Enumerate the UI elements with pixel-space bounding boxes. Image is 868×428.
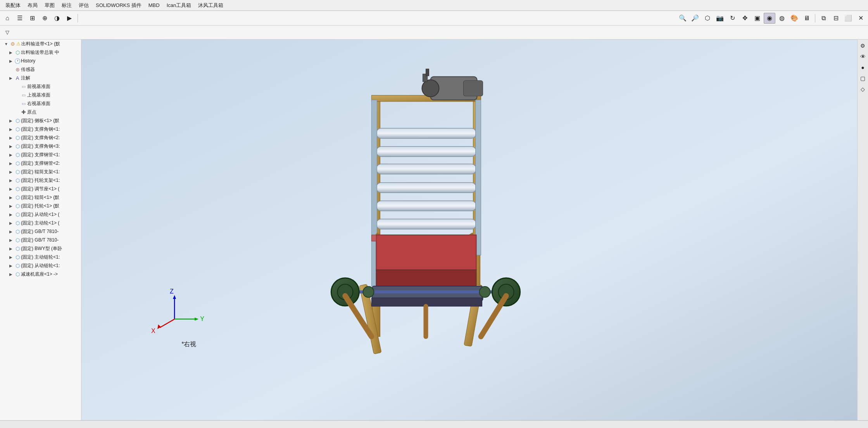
node-label-top-plane: 上视基准面 — [27, 92, 50, 98]
expand-p11[interactable]: ▶ — [8, 204, 14, 208]
tree-node-sensor[interactable]: ▶ ⊛ 传感器 — [0, 65, 81, 74]
rp-box-icon[interactable]: ▢ — [858, 74, 868, 83]
rotate-icon[interactable]: ↻ — [726, 13, 738, 24]
list-icon[interactable]: ☰ — [14, 13, 26, 24]
tree-node-history[interactable]: ▶ 🕐 History — [0, 57, 81, 65]
home-icon[interactable]: ⌂ — [2, 13, 13, 24]
node-label-p6: (固定) 支撑钢管<2: — [21, 160, 60, 167]
search2-icon[interactable]: 🔎 — [689, 13, 701, 24]
tree-node-part-8[interactable]: ▶ ⬡ (固定) 托轮支架<1: — [0, 176, 81, 185]
node-label-p1: (固定) 侧板<1> (默 — [21, 117, 59, 124]
tree-node-annotation[interactable]: ▶ A 注解 — [0, 74, 81, 82]
shading-icon[interactable]: ◉ — [764, 13, 775, 24]
tree-node-part-3[interactable]: ▶ ⬡ (固定) 支撑角钢<2: — [0, 133, 81, 142]
menu-evaluate[interactable]: 评估 — [76, 1, 92, 10]
monitor-icon[interactable]: 🖥 — [801, 13, 813, 24]
tree-node-part-2[interactable]: ▶ ⬡ (固定) 支撑角钢<1: — [0, 125, 81, 133]
svg-rect-5 — [463, 81, 483, 96]
expand-icon-0[interactable]: ▶ — [8, 50, 14, 55]
3d-viewport[interactable]: Z Y X *右视 — [81, 40, 857, 428]
cube-icon[interactable]: ▣ — [751, 13, 763, 24]
expand-icon-1[interactable]: ▶ — [8, 59, 14, 63]
close-icon[interactable]: ✕ — [855, 13, 866, 24]
svg-point-30 — [480, 286, 490, 297]
menu-mbd[interactable]: MBD — [145, 1, 163, 9]
expand-p4[interactable]: ▶ — [8, 144, 14, 148]
color2-icon[interactable]: ◍ — [776, 13, 788, 24]
tree-node-part-10[interactable]: ▶ ⬡ (固定) 辊筒<1> (默 — [0, 193, 81, 202]
tree-node-part-19[interactable]: ▶ ⬡ 减速机底座<1> -> — [0, 270, 81, 278]
expand-p13[interactable]: ▶ — [8, 221, 14, 225]
menu-assemble[interactable]: 装配体 — [2, 1, 24, 10]
expand-p3[interactable]: ▶ — [8, 136, 14, 140]
tree-root[interactable]: ▼ ⚙ ⚠ 出料输送带<1> (默 — [0, 40, 81, 48]
tree-node-origin[interactable]: ▶ ✚ 原点 — [0, 108, 81, 116]
expand-p5[interactable]: ▶ — [8, 153, 14, 157]
tree-node-part-9[interactable]: ▶ ⬡ (固定) 调节座<1> ( — [0, 185, 81, 193]
split-icon[interactable]: ⊟ — [830, 13, 842, 24]
expand-p12[interactable]: ▶ — [8, 212, 14, 217]
tree-node-part-14[interactable]: ▶ ⬡ (固定) GB/T 7810- — [0, 227, 81, 236]
expand-p14[interactable]: ▶ — [8, 230, 14, 234]
tree-node-part-4[interactable]: ▶ ⬡ (固定) 支撑角钢<3: — [0, 142, 81, 150]
tree-node-assembly[interactable]: ▶ ⬡ 出料输送带总装 中 — [0, 48, 81, 57]
menu-sw-plugin[interactable]: SOLIDWORKS 插件 — [93, 1, 145, 10]
root-label: 出料输送带<1> (默 — [21, 41, 60, 47]
part-icon-4: ⬡ — [14, 143, 21, 149]
tree-node-part-18[interactable]: ▶ ⬡ (固定) 从动链轮<1: — [0, 261, 81, 270]
menu-ican[interactable]: Ican工具箱 — [164, 1, 195, 10]
tree-node-part-13[interactable]: ▶ ⬡ (固定) 主动轮<1> ( — [0, 219, 81, 227]
root-expand-icon[interactable]: ▼ — [3, 42, 9, 46]
crosshair-icon[interactable]: ⊕ — [39, 13, 50, 24]
menu-sketch[interactable]: 草图 — [41, 1, 58, 10]
palette-icon[interactable]: 🎨 — [789, 13, 800, 24]
tree-node-part-7[interactable]: ▶ ⬡ (固定) 辊筒支架<1: — [0, 167, 81, 176]
tree-node-right-plane[interactable]: ▶ ▭ 右视基准面 — [0, 99, 81, 108]
tree-icon[interactable]: ⊞ — [26, 13, 38, 24]
expand-p8[interactable]: ▶ — [8, 178, 14, 183]
tree-node-part-16[interactable]: ▶ ⬡ (固定) BWY型 (单卧 — [0, 244, 81, 253]
expand-p2[interactable]: ▶ — [8, 127, 14, 131]
tree-node-part-17[interactable]: ▶ ⬡ (固定) 主动链轮<1: — [0, 253, 81, 261]
more-arrow-icon[interactable]: ▶ — [64, 13, 75, 24]
rp-diamond-icon[interactable]: ◇ — [858, 85, 868, 94]
expand-p9[interactable]: ▶ — [8, 187, 14, 191]
search-icon[interactable]: 🔍 — [677, 13, 689, 24]
filter-icon[interactable]: ▽ — [2, 27, 13, 38]
expand-p19[interactable]: ▶ — [8, 272, 14, 276]
tree-node-part-6[interactable]: ▶ ⬡ (固定) 支撑钢管<2: — [0, 159, 81, 167]
expand-icon-3[interactable]: ▶ — [8, 76, 14, 80]
color-wheel-icon[interactable]: ◑ — [51, 13, 63, 24]
menu-mark[interactable]: 标注 — [59, 1, 75, 10]
expand-p1[interactable]: ▶ — [8, 119, 14, 123]
rp-sphere-icon[interactable]: ● — [858, 63, 868, 72]
expand-p17[interactable]: ▶ — [8, 255, 14, 259]
window-icon[interactable]: ⧉ — [818, 13, 829, 24]
svg-point-6 — [422, 80, 439, 97]
tree-node-part-5[interactable]: ▶ ⬡ (固定) 支撑钢管<1: — [0, 150, 81, 159]
tree-node-part-12[interactable]: ▶ ⬡ (固定) 从动轮<1> ( — [0, 210, 81, 219]
rp-eye-icon[interactable]: 👁 — [858, 52, 868, 61]
rp-settings-icon[interactable]: ⚙ — [858, 41, 868, 50]
expand-p15[interactable]: ▶ — [8, 238, 14, 242]
tree-node-part-15[interactable]: ▶ ⬡ (固定) GB/T 7810- — [0, 236, 81, 244]
svg-rect-16 — [476, 100, 481, 255]
tree-node-part-1[interactable]: ▶ ⬡ (固定) 侧板<1> (默 — [0, 116, 81, 125]
expand-p7[interactable]: ▶ — [8, 170, 14, 174]
menu-layout[interactable]: 布局 — [24, 1, 41, 10]
expand-p18[interactable]: ▶ — [8, 264, 14, 268]
move-icon[interactable]: ✥ — [739, 13, 751, 24]
expand-p10[interactable]: ▶ — [8, 195, 14, 200]
menu-mufeng[interactable]: 沐风工具箱 — [195, 1, 226, 10]
part-icon-7: ⬡ — [14, 169, 21, 175]
tree-node-top-plane[interactable]: ▶ ▭ 上视基准面 — [0, 91, 81, 99]
expand-p6[interactable]: ▶ — [8, 161, 14, 166]
expand-p16[interactable]: ▶ — [8, 247, 14, 251]
svg-text:*右视: *右视 — [181, 341, 196, 347]
view3d-icon[interactable]: ⬡ — [702, 13, 713, 24]
toolbar-separator-2 — [815, 14, 815, 22]
camera-icon[interactable]: 📷 — [714, 13, 726, 24]
maximize-icon[interactable]: ⬜ — [842, 13, 854, 24]
tree-node-part-11[interactable]: ▶ ⬡ (固定) 托轮<1> (默 — [0, 202, 81, 210]
tree-node-front-plane[interactable]: ▶ ▭ 前视基准面 — [0, 82, 81, 91]
